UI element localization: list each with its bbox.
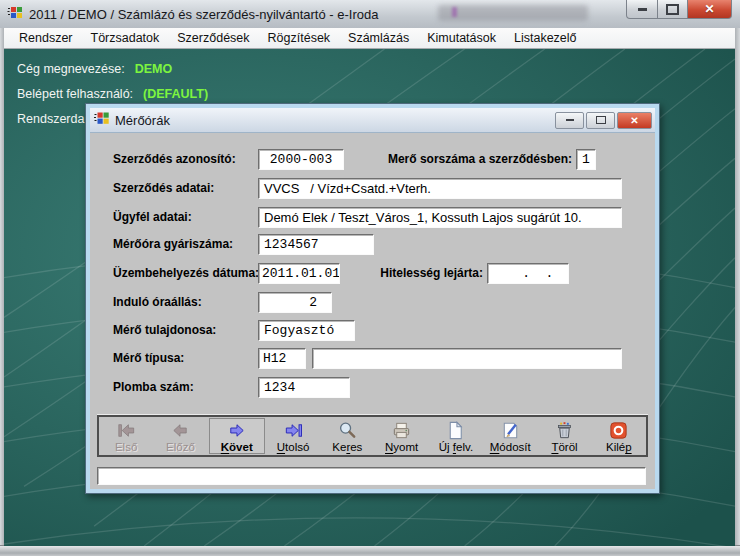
meter-type-desc: H 1/2" [319, 368, 355, 369]
windows-flag-icon [94, 110, 110, 130]
dialog-window-controls: ✕ [553, 112, 655, 129]
navigation-toolbar: Első Előző Követ [97, 415, 648, 457]
system-date-label: Rendszerda [17, 112, 84, 126]
dialog-client-area: Szerződés azonosító: 2000-003 Merő sorsz… [90, 133, 655, 489]
menu-szamlazas[interactable]: Számlázás [339, 28, 418, 48]
start-reading-field[interactable]: 2 [258, 292, 332, 313]
first-record-button[interactable]: Első [99, 417, 153, 455]
menu-rogzitesek[interactable]: Rögzítések [259, 28, 340, 48]
install-date-label: Üzembehelyezés dátuma: [113, 263, 259, 284]
seal-number-label: Plomba szám: [113, 377, 194, 398]
meter-seq-label: Merő sorszáma a szerződésben: [378, 149, 572, 170]
window-frame-right [735, 28, 740, 556]
menu-kimutatasok[interactable]: Kimutatások [418, 28, 505, 48]
dialog-close-icon: ✕ [630, 115, 638, 126]
previous-record-label: Előző [166, 441, 195, 453]
serial-number-label: Mérőóra gyáriszáma: [113, 234, 233, 255]
dialog-close-button[interactable]: ✕ [617, 112, 652, 129]
user-info-line: Belépett felhasználó:(DEFAULT) [17, 87, 208, 101]
exit-button[interactable]: Kilép [592, 417, 646, 455]
new-record-icon [445, 420, 466, 441]
menu-szerzodesek[interactable]: Szerződések [168, 28, 258, 48]
menu-rendszer[interactable]: Rendszer [10, 28, 82, 48]
seal-number-field[interactable]: 1234 [258, 377, 350, 398]
dialog-maximize-button[interactable] [586, 112, 615, 129]
dialog-minimize-icon [566, 119, 574, 121]
app-icon [7, 4, 23, 24]
search-button[interactable]: Keres [320, 417, 374, 455]
contract-data-label: Szerződés adatai: [113, 178, 214, 199]
contract-data-field[interactable]: VVCS / Vízd+Csatd.+Vterh. [258, 178, 622, 199]
print-button[interactable]: Nyomt [374, 417, 428, 455]
first-record-label: Első [115, 441, 137, 453]
minimize-button[interactable] [626, 0, 658, 19]
user-label: Belépett felhasználó: [17, 87, 133, 101]
edit-icon [500, 420, 521, 441]
new-record-label: Új felv. [439, 441, 473, 453]
previous-record-button[interactable]: Előző [153, 417, 207, 455]
window-frame-bottom [0, 545, 740, 556]
close-icon: ✕ [704, 2, 714, 16]
dialog-title: Mérőórák [115, 113, 170, 128]
glass-reflection [438, 5, 588, 21]
meter-type-desc-field[interactable]: H 1/2" Méret: 0 [312, 348, 622, 369]
customer-label: Ügyfél adatai: [113, 207, 192, 228]
print-label: Nyomt [385, 441, 418, 453]
company-value: DEMO [135, 62, 173, 76]
close-button[interactable]: ✕ [687, 0, 732, 19]
first-icon [116, 420, 137, 441]
date-info-line: Rendszerda [17, 112, 84, 126]
dialog-minimize-button[interactable] [555, 112, 584, 129]
meters-dialog: Mérőórák ✕ Szerződés azonosító: 2000-003… [85, 103, 660, 494]
meter-owner-label: Mérő tulajdonosa: [113, 320, 216, 341]
menu-torzsadatok[interactable]: Törzsadatok [82, 28, 169, 48]
search-icon [337, 420, 358, 441]
validity-date-label: Hitelesség lejárta: [368, 263, 483, 284]
dialog-titlebar[interactable]: Mérőórák ✕ [90, 108, 655, 133]
edit-button[interactable]: Módosít [483, 417, 537, 455]
company-label: Cég megnevezése: [17, 62, 125, 76]
exit-icon [608, 420, 629, 441]
dialog-maximize-icon [596, 116, 606, 124]
meter-type-code-field[interactable]: H12 [258, 348, 306, 369]
window-controls: ✕ [627, 0, 732, 19]
serial-number-field[interactable]: 1234567 [258, 234, 374, 255]
delete-button[interactable]: Töröl [537, 417, 591, 455]
menu-listakezelo[interactable]: Listakezelő [505, 28, 586, 48]
start-reading-label: Induló óraállás: [113, 292, 202, 313]
window-title: 2011 / DEMO / Számlázó és szerződés-nyil… [29, 7, 378, 22]
print-icon [391, 420, 412, 441]
main-titlebar: 2011 / DEMO / Számlázó és szerződés-nyil… [0, 0, 740, 29]
last-record-button[interactable]: Utolsó [266, 417, 320, 455]
contract-id-field[interactable]: 2000-003 [258, 149, 344, 170]
new-record-button[interactable]: Új felv. [429, 417, 483, 455]
meter-owner-field[interactable]: Fogyasztó [258, 320, 355, 341]
menubar: Rendszer Törzsadatok Szerződések Rögzíté… [4, 28, 735, 49]
next-icon [226, 420, 247, 441]
company-info-line: Cég megnevezése:DEMO [17, 62, 172, 76]
previous-icon [170, 420, 191, 441]
edit-label: Módosít [490, 441, 531, 453]
maximize-icon [666, 4, 679, 15]
delete-icon [554, 420, 575, 441]
last-record-label: Utolsó [277, 441, 310, 453]
contract-id-label: Szerződés azonosító: [113, 149, 236, 170]
meter-type-label: Mérő típusa: [113, 348, 184, 369]
next-record-button[interactable]: Követ [209, 418, 265, 454]
install-date-field[interactable]: 2011.01.01 [258, 263, 340, 284]
search-label: Keres [332, 441, 362, 453]
exit-label: Kilép [606, 441, 632, 453]
content-area: Cég megnevezése:DEMO Belépett felhasznál… [4, 49, 735, 546]
user-value: (DEFAULT) [143, 87, 208, 101]
maximize-button[interactable] [657, 0, 688, 19]
status-message-field[interactable] [97, 467, 646, 485]
glass-reflection-dot [452, 7, 457, 17]
delete-label: Töröl [551, 441, 577, 453]
last-icon [283, 420, 304, 441]
next-record-label: Követ [221, 441, 253, 453]
validity-date-field[interactable]: . . [487, 263, 569, 284]
minimize-icon [638, 8, 647, 11]
main-window: 2011 / DEMO / Számlázó és szerződés-nyil… [0, 0, 740, 556]
meter-seq-field[interactable]: 1 [576, 149, 596, 170]
customer-field[interactable]: Demó Elek / Teszt_Város_1, Kossuth Lajos… [258, 207, 622, 228]
